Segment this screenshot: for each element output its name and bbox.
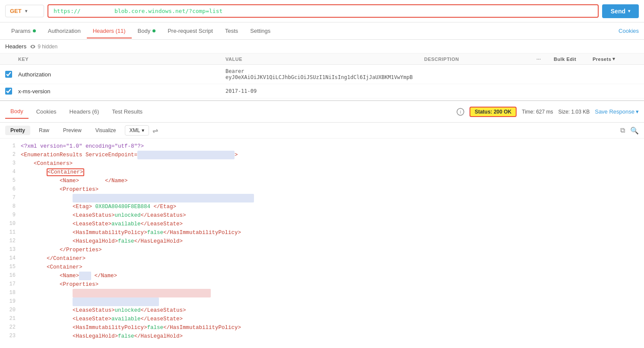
line-content: <Name> </Name> [21, 272, 117, 280]
tab-params[interactable]: Params [5, 23, 42, 38]
size-label: Size: 1.03 KB [558, 109, 590, 115]
resp-tab-cookies[interactable]: Cookies [31, 105, 62, 118]
tab-body[interactable]: Body [132, 23, 162, 38]
line-content: <LeaseState>available</LeaseState> [21, 315, 183, 323]
code-line: 11 <HasImmutabilityPolicy>false</HasImmu… [0, 228, 644, 237]
view-visualize-btn[interactable]: Visualize [90, 126, 121, 135]
line-number: 11 [5, 228, 16, 237]
line-content: <LeaseState>available</LeaseState> [21, 220, 183, 228]
resp-tab-testresults[interactable]: Test Results [107, 105, 148, 118]
format-dropdown[interactable]: XML ▾ [125, 125, 149, 136]
tab-prerequest[interactable]: Pre-request Script [162, 23, 219, 38]
col-value: VALUE [225, 57, 424, 62]
tab-headers[interactable]: Headers (11) [87, 23, 132, 38]
bulk-edit-btn[interactable]: Bulk Edit [554, 57, 593, 62]
auth-row-checkbox[interactable] [5, 71, 12, 78]
send-button[interactable]: Send ▾ [602, 4, 639, 18]
line-content: <Container> [21, 168, 84, 177]
line-content [21, 194, 254, 202]
line-number: 5 [5, 177, 16, 185]
col-key: KEY [18, 57, 225, 62]
tab-tests-label: Tests [225, 28, 238, 34]
line-number: 21 [5, 315, 16, 323]
headers-section: Headers 9 hidden [0, 40, 644, 54]
resp-tab-headers[interactable]: Headers (6) [64, 105, 105, 118]
line-number: 23 [5, 332, 16, 340]
url-input[interactable] [48, 4, 599, 18]
code-area: 1<?xml version="1.0" encoding="utf-8"?>2… [0, 139, 644, 340]
line-number: 10 [5, 220, 16, 228]
eye-icon [30, 44, 36, 50]
method-select[interactable]: GET ▾ [5, 5, 44, 17]
send-label: Send [611, 8, 625, 15]
line-number: 4 [5, 168, 16, 177]
line-content: <HasLegalHold>false</HasLegalHold> [21, 237, 183, 246]
line-number: 1 [5, 142, 16, 151]
col-desc: DESCRIPTION [424, 57, 536, 62]
body-toolbar: Pretty Raw Preview Visualize XML ▾ ⇌ ⧉ 🔍 [0, 123, 644, 139]
resp-tab-body[interactable]: Body [5, 104, 29, 119]
code-line: 14 </Container> [0, 254, 644, 263]
line-content: <Properties> [21, 185, 98, 194]
request-tabs: Params Authorization Headers (11) Body P… [0, 22, 644, 40]
wrap-btn[interactable]: ⇌ [152, 127, 158, 135]
xms-key: x-ms-version [18, 88, 225, 95]
view-pretty-btn[interactable]: Pretty [5, 126, 30, 135]
code-line: 5 <Name> </Name> [0, 177, 644, 185]
code-line: 8 <Etag> 0X8DA80480F8EB884 </Etag> [0, 202, 644, 211]
svg-text:i: i [460, 110, 461, 114]
copy-btn[interactable]: ⧉ [620, 127, 625, 134]
line-number: 20 [5, 306, 16, 315]
line-content: <LeaseStatus>unlocked</LeaseStatus> [21, 211, 186, 220]
line-content: </Container> [21, 254, 86, 263]
code-line: 7 [0, 194, 644, 202]
method-label: GET [10, 8, 22, 14]
line-number: 19 [5, 297, 16, 306]
hidden-count: 9 hidden [30, 44, 57, 50]
tab-settings[interactable]: Settings [244, 23, 276, 38]
send-chevron-icon: ▾ [628, 9, 630, 13]
line-number: 17 [5, 280, 16, 289]
code-line: 19 [0, 297, 644, 306]
line-number: 6 [5, 185, 16, 194]
code-line: 21 <LeaseState>available</LeaseState> [0, 315, 644, 323]
tab-params-label: Params [11, 28, 31, 34]
save-response-btn[interactable]: Save Response ▾ [595, 108, 639, 115]
view-preview-btn[interactable]: Preview [58, 126, 87, 135]
line-content: </Properties> [21, 246, 102, 254]
line-number: 15 [5, 263, 16, 272]
line-content: <?xml version="1.0" encoding="utf-8"?> [21, 142, 144, 151]
format-chevron-icon: ▾ [142, 127, 144, 133]
xms-row-checkbox[interactable] [5, 88, 12, 95]
cookies-link[interactable]: Cookies [619, 28, 639, 34]
presets-btn[interactable]: Presets ▾ [593, 56, 631, 62]
tab-body-label: Body [138, 28, 151, 34]
line-number: 12 [5, 237, 16, 246]
xms-value: 2017-11-09 [225, 88, 424, 94]
code-line: 9 <LeaseStatus>unlocked</LeaseStatus> [0, 211, 644, 220]
line-number: 2 [5, 151, 16, 159]
header-row-xmsversion: x-ms-version 2017-11-09 [0, 84, 644, 98]
code-actions: ⧉ 🔍 [620, 127, 639, 135]
tab-authorization[interactable]: Authorization [42, 23, 87, 38]
status-badge: Status: 200 OK [470, 107, 517, 117]
line-content [21, 289, 211, 297]
line-number: 13 [5, 246, 16, 254]
code-line: 23 <HasLegalHold>false</HasLegalHold> [0, 332, 644, 340]
params-dot-icon [33, 29, 36, 32]
tab-tests[interactable]: Tests [219, 23, 244, 38]
view-raw-btn[interactable]: Raw [34, 126, 54, 135]
table-header: KEY VALUE DESCRIPTION ··· Bulk Edit Pres… [0, 54, 644, 65]
code-line: 4 <Container> [0, 168, 644, 177]
time-label: Time: 627 ms [522, 109, 553, 115]
line-number: 18 [5, 289, 16, 297]
line-content: <Containers> [21, 159, 73, 168]
line-content: <Container> [21, 263, 82, 272]
line-number: 3 [5, 159, 16, 168]
search-btn[interactable]: 🔍 [630, 127, 639, 135]
tab-prerequest-label: Pre-request Script [168, 28, 213, 34]
line-content: <EnumerationResults ServiceEndpoint= > [21, 151, 238, 159]
auth-value: Bearer eyJ0eXAiOiJKV1QiLCJhbGciOiJSUzI1N… [225, 68, 424, 80]
line-content: <HasImmutabilityPolicy>false</HasImmutab… [21, 323, 241, 332]
line-number: 16 [5, 272, 16, 280]
